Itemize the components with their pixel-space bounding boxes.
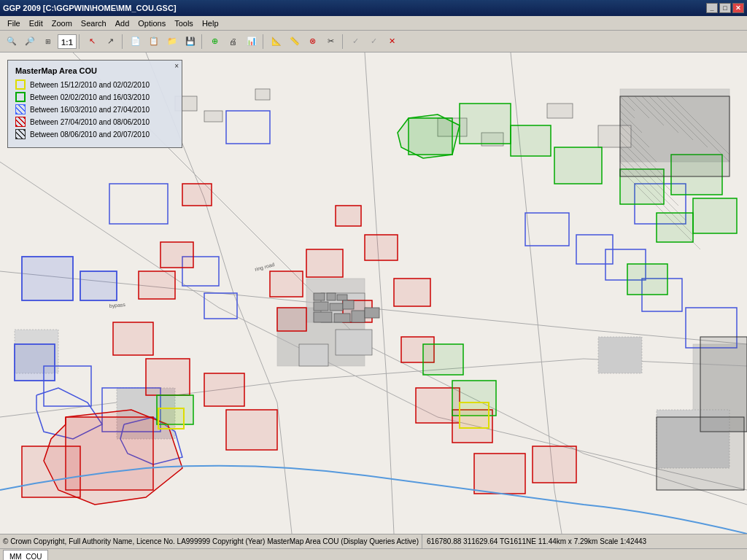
menu-tools[interactable]: Tools xyxy=(170,18,198,29)
tab-bar: MM_COU xyxy=(0,548,747,560)
toolbar-sep-2 xyxy=(122,34,125,49)
svg-rect-66 xyxy=(146,359,190,395)
svg-rect-120 xyxy=(327,293,336,300)
legend-close-button[interactable]: × xyxy=(174,62,179,70)
legend-item-1: Between 02/02/2010 and 16/03/2010 xyxy=(15,92,174,102)
tool-4[interactable]: 📋 xyxy=(145,33,163,50)
svg-rect-73 xyxy=(277,308,306,331)
svg-rect-96 xyxy=(460,402,489,428)
tool-11[interactable]: 📏 xyxy=(286,33,303,50)
menu-bar: File Edit Zoom Search Add Options Tools … xyxy=(0,16,747,31)
svg-rect-43 xyxy=(336,330,372,355)
scale-label: 1:1 xyxy=(58,34,77,49)
legend-icon-green xyxy=(15,92,26,102)
svg-rect-82 xyxy=(474,454,525,494)
tool-14[interactable]: ✓ xyxy=(347,33,365,50)
toolbar-sep-3 xyxy=(201,34,204,49)
app-title: GGP 2009 [C:\GGPWIN\HOME\MM_COU.GSC] xyxy=(3,4,177,12)
menu-edit[interactable]: Edit xyxy=(25,18,47,29)
svg-rect-124 xyxy=(343,300,354,309)
legend-item-4: Between 08/06/2010 and 20/07/2010 xyxy=(15,129,174,139)
toolbar-sep-5 xyxy=(342,34,345,49)
svg-rect-100 xyxy=(657,417,744,490)
svg-rect-91 xyxy=(627,264,667,295)
svg-rect-34 xyxy=(598,337,642,373)
zoom-out-button[interactable]: 🔎 xyxy=(21,33,39,50)
svg-rect-62 xyxy=(80,271,117,300)
tool-8[interactable]: 🖨 xyxy=(225,33,242,50)
svg-rect-125 xyxy=(314,312,332,322)
svg-rect-128 xyxy=(365,308,379,318)
tab-mm-cou[interactable]: MM_COU xyxy=(3,550,48,561)
svg-rect-69 xyxy=(160,242,193,268)
window-controls: _ □ ✕ xyxy=(706,3,744,13)
toolbar-sep-1 xyxy=(79,34,82,49)
svg-rect-71 xyxy=(139,271,175,299)
svg-rect-65 xyxy=(113,322,153,355)
legend-item-2: Between 16/03/2010 and 27/04/2010 xyxy=(15,104,174,114)
status-copyright: © Crown Copyright, Full Authority Name, … xyxy=(0,534,422,548)
tool-5[interactable]: 📁 xyxy=(163,33,181,50)
svg-rect-68 xyxy=(226,410,277,450)
legend-icon-yellow xyxy=(15,79,26,90)
tool-12[interactable]: ⊗ xyxy=(304,33,322,50)
tool-6[interactable]: 💾 xyxy=(182,33,199,50)
toolbar-sep-4 xyxy=(263,34,266,49)
menu-search[interactable]: Search xyxy=(77,18,111,29)
svg-rect-77 xyxy=(394,279,430,306)
tool-16[interactable]: ✕ xyxy=(384,33,401,50)
legend-label-3: Between 27/04/2010 and 08/06/2010 xyxy=(30,118,150,126)
svg-rect-36 xyxy=(204,111,222,122)
svg-rect-85 xyxy=(460,104,511,144)
svg-rect-72 xyxy=(270,271,303,297)
zoom-window-button[interactable]: ⊞ xyxy=(39,33,57,50)
menu-add[interactable]: Add xyxy=(111,18,134,29)
menu-file[interactable]: File xyxy=(3,18,25,29)
legend-label-1: Between 02/02/2010 and 16/03/2010 xyxy=(30,93,150,101)
legend-label-2: Between 16/03/2010 and 27/04/2010 xyxy=(30,106,150,114)
legend-title: MasterMap Area COU xyxy=(15,66,174,75)
select-button[interactable]: ↗ xyxy=(102,33,120,50)
tool-15[interactable]: ✓ xyxy=(365,33,383,50)
svg-rect-86 xyxy=(511,125,551,156)
tool-10[interactable]: 📐 xyxy=(268,33,285,50)
svg-rect-83 xyxy=(533,446,576,483)
zoom-in-button[interactable]: 🔍 xyxy=(3,33,20,50)
minimize-button[interactable]: _ xyxy=(706,3,718,13)
legend-icon-red xyxy=(15,117,26,127)
svg-rect-76 xyxy=(365,235,398,260)
svg-rect-123 xyxy=(330,303,343,311)
legend-label-0: Between 15/12/2010 and 02/02/2010 xyxy=(30,81,150,89)
svg-rect-126 xyxy=(334,314,350,322)
toolbar: 🔍 🔎 ⊞ 1:1 ↖ ↗ 📄 📋 📁 💾 ⊕ 🖨 📊 📐 📏 ⊗ ✂ ✓ ✓ … xyxy=(0,31,747,52)
menu-zoom[interactable]: Zoom xyxy=(47,18,77,29)
menu-options[interactable]: Options xyxy=(133,18,170,29)
legend-panel: × MasterMap Area COU Between 15/12/2010 … xyxy=(7,60,182,148)
close-button[interactable]: ✕ xyxy=(732,3,744,13)
legend-icon-blue xyxy=(15,104,26,114)
svg-rect-70 xyxy=(182,184,212,206)
svg-rect-127 xyxy=(352,311,365,322)
svg-rect-92 xyxy=(657,213,693,242)
svg-rect-40 xyxy=(547,104,573,118)
svg-rect-98 xyxy=(620,96,729,176)
tool-7[interactable]: ⊕ xyxy=(206,33,224,50)
status-coordinates: 616780.88 311629.64 TG1611NE 11.44km x 7… xyxy=(422,537,747,545)
svg-rect-67 xyxy=(204,373,244,406)
svg-rect-121 xyxy=(337,295,347,300)
svg-rect-97 xyxy=(158,408,184,429)
map-container[interactable]: ring road bypass × MasterMap Area COU Be… xyxy=(0,52,747,534)
menu-help[interactable]: Help xyxy=(198,18,223,29)
maximize-button[interactable]: □ xyxy=(719,3,731,13)
svg-rect-90 xyxy=(693,198,737,233)
tool-3[interactable]: 📄 xyxy=(127,33,144,50)
pan-button[interactable]: ↖ xyxy=(84,33,101,50)
svg-rect-122 xyxy=(314,302,328,311)
tool-13[interactable]: ✂ xyxy=(322,33,340,50)
svg-rect-87 xyxy=(554,147,602,184)
legend-item-0: Between 15/12/2010 and 02/02/2010 xyxy=(15,79,174,90)
tool-9[interactable]: 📊 xyxy=(243,33,260,50)
svg-rect-74 xyxy=(306,249,343,277)
svg-rect-61 xyxy=(15,344,55,381)
status-bar: © Crown Copyright, Full Authority Name, … xyxy=(0,534,747,548)
